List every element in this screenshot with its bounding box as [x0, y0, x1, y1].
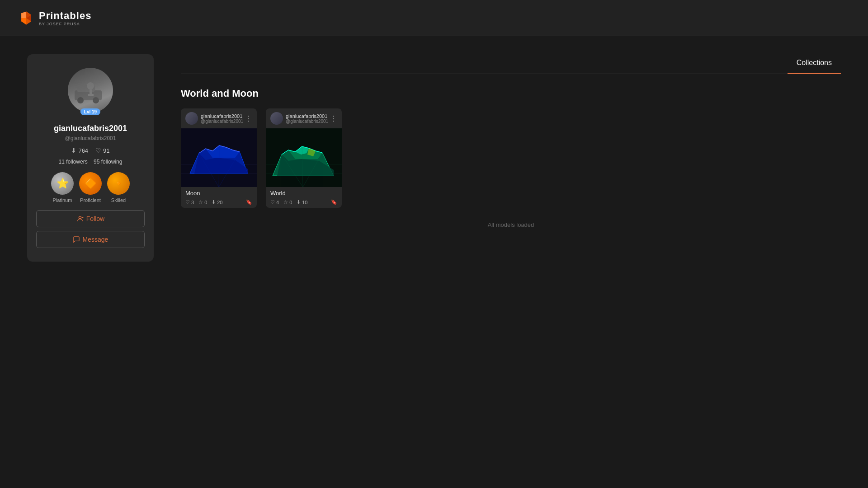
platinum-label: Platinum — [53, 197, 72, 203]
skilled-badge-icon: 🔸 — [107, 172, 130, 195]
badge-platinum: ⭐ Platinum — [51, 172, 74, 203]
right-content: Collections World and Moon gianlucafabri… — [181, 54, 841, 262]
card-model-name-world: World — [270, 190, 337, 197]
card-user-info-world: gianlucafabris2001 @gianlucafabris2001 — [270, 112, 328, 125]
card-actions-world: ♡ 4 ☆ 0 ⬇ 10 🔖 — [270, 199, 337, 205]
avatar-container: Lvl 19 — [68, 68, 113, 113]
downloads-action-moon: ⬇ 20 — [212, 199, 222, 205]
heart-icon-world: ♡ — [270, 199, 275, 205]
card-handle-moon: @gianlucafabris2001 — [201, 119, 243, 124]
card-model-name-moon: Moon — [185, 190, 252, 197]
message-button[interactable]: Message — [36, 231, 145, 248]
likes-action-world: ♡ 4 — [270, 199, 279, 205]
card-footer-moon: Moon ♡ 3 ☆ 0 ⬇ 20 — [181, 187, 257, 208]
card-user-info-moon: gianlucafabris2001 @gianlucafabris2001 — [185, 112, 243, 125]
card-avatar-moon — [185, 112, 198, 125]
proficient-badge-icon: 🔶 — [79, 172, 102, 195]
stars-action-world: ☆ 0 — [283, 199, 292, 205]
card-image-world — [266, 128, 342, 187]
followers-label: followers — [66, 159, 87, 165]
logo-main-text: Printables — [39, 10, 91, 22]
all-loaded-text: All models loaded — [181, 221, 841, 228]
card-footer-world: World ♡ 4 ☆ 0 ⬇ 10 — [266, 187, 342, 208]
bookmark-moon[interactable]: 🔖 — [246, 199, 252, 205]
card-actions-moon: ♡ 3 ☆ 0 ⬇ 20 🔖 — [185, 199, 252, 205]
badge-proficient: 🔶 Proficient — [79, 172, 102, 203]
downloads-count: 764 — [78, 147, 88, 154]
card-header-moon: gianlucafabris2001 @gianlucafabris2001 ⋮ — [181, 108, 257, 128]
logo-text: Printables BY JOSEF PRUSA — [39, 10, 91, 26]
stars-count-moon: 0 — [204, 200, 207, 205]
message-icon — [73, 236, 80, 243]
svg-rect-12 — [88, 94, 94, 96]
likes-action-moon: ♡ 3 — [185, 199, 194, 205]
logo-sub-text: BY JOSEF PRUSA — [39, 22, 91, 26]
model-card-moon[interactable]: gianlucafabris2001 @gianlucafabris2001 ⋮ — [181, 108, 257, 208]
card-menu-moon[interactable]: ⋮ — [245, 114, 252, 123]
moon-terrain-svg — [181, 128, 257, 187]
profile-sidebar: Lvl 19 gianlucafabris2001 @gianlucafabri… — [27, 54, 154, 262]
likes-count: 91 — [103, 147, 109, 154]
stats-row: ⬇ 764 ♡ 91 — [71, 147, 109, 154]
profile-username: gianlucafabris2001 — [54, 124, 127, 133]
proficient-label: Proficient — [80, 197, 101, 203]
star-icon-world: ☆ — [283, 199, 288, 205]
stars-count-world: 0 — [289, 200, 292, 205]
profile-card: Lvl 19 gianlucafabris2001 @gianlucafabri… — [27, 54, 154, 262]
world-terrain-svg — [266, 128, 342, 187]
following-label: following — [101, 159, 123, 165]
card-menu-world[interactable]: ⋮ — [330, 114, 337, 123]
message-label: Message — [83, 236, 108, 243]
card-image-moon — [181, 128, 257, 187]
follow-icon — [76, 215, 84, 222]
likes-stat: ♡ 91 — [95, 147, 109, 154]
card-avatar-world — [270, 112, 283, 125]
downloads-action-world: ⬇ 10 — [297, 199, 307, 205]
download-icon-world: ⬇ — [297, 199, 301, 205]
svg-point-8 — [93, 97, 99, 103]
follow-label: Follow — [86, 215, 104, 222]
logo[interactable]: Printables BY JOSEF PRUSA — [18, 10, 91, 26]
stars-action-moon: ☆ 0 — [198, 199, 207, 205]
cards-grid: gianlucafabris2001 @gianlucafabris2001 ⋮ — [181, 108, 841, 208]
following-count: 95 — [94, 159, 99, 165]
svg-point-7 — [77, 97, 84, 103]
heart-icon: ♡ — [95, 147, 101, 154]
downloads-count-moon: 20 — [217, 200, 222, 205]
tab-collections[interactable]: Collections — [788, 54, 841, 74]
card-user-text-moon: gianlucafabris2001 @gianlucafabris2001 — [201, 113, 243, 124]
svg-marker-3 — [21, 18, 26, 24]
skilled-label: Skilled — [111, 197, 126, 203]
card-header-world: gianlucafabris2001 @gianlucafabris2001 ⋮ — [266, 108, 342, 128]
svg-point-10 — [87, 82, 94, 89]
avatar-svg — [72, 77, 108, 104]
svg-marker-1 — [21, 11, 26, 18]
card-user-text-world: gianlucafabris2001 @gianlucafabris2001 — [286, 113, 328, 124]
card-username-world: gianlucafabris2001 — [286, 113, 328, 119]
model-card-world[interactable]: gianlucafabris2001 @gianlucafabris2001 ⋮ — [266, 108, 342, 208]
badge-skilled: 🔸 Skilled — [107, 172, 130, 203]
heart-icon-moon: ♡ — [185, 199, 190, 205]
bookmark-world[interactable]: 🔖 — [331, 199, 337, 205]
downloads-count-world: 10 — [302, 200, 307, 205]
main-content: Lvl 19 gianlucafabris2001 @gianlucafabri… — [0, 36, 868, 280]
avatar-image — [68, 68, 113, 113]
tabs-area: Collections — [181, 54, 841, 74]
svg-point-13 — [79, 216, 81, 219]
download-icon: ⬇ — [71, 147, 76, 154]
likes-count-world: 4 — [276, 200, 279, 205]
star-icon-moon: ☆ — [198, 199, 203, 205]
platinum-badge-icon: ⭐ — [51, 172, 74, 195]
card-handle-world: @gianlucafabris2001 — [286, 119, 328, 124]
profile-handle: @gianlucafabris2001 — [65, 135, 116, 141]
printables-logo-icon — [18, 10, 34, 26]
downloads-stat: ⬇ 764 — [71, 147, 88, 154]
likes-count-moon: 3 — [191, 200, 194, 205]
avatar — [68, 68, 113, 113]
followers-count: 11 — [59, 159, 65, 165]
download-icon-moon: ⬇ — [212, 199, 216, 205]
card-username-moon: gianlucafabris2001 — [201, 113, 243, 119]
followers-row: 11 followers 95 following — [59, 159, 123, 165]
follow-button[interactable]: Follow — [36, 210, 145, 227]
collection-title: World and Moon — [181, 88, 841, 99]
